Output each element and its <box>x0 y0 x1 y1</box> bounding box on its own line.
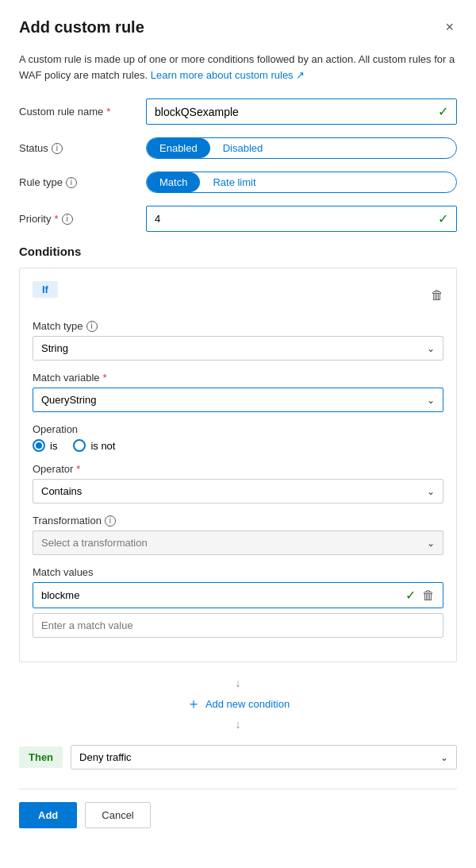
custom-rule-name-input[interactable]: blockQSexample ✓ <box>146 98 457 125</box>
match-type-dropdown[interactable]: String ⌄ <box>33 336 443 361</box>
delete-condition-icon[interactable]: 🗑 <box>431 288 443 303</box>
dialog-title: Add custom rule <box>19 18 144 37</box>
rule-type-toggle-group: Match Rate limit <box>146 172 457 193</box>
required-star: * <box>106 106 110 118</box>
learn-more-link[interactable]: Learn more about custom rules ↗ <box>151 69 305 81</box>
operation-is-radio[interactable] <box>33 439 45 452</box>
rule-type-label: Rule type i <box>19 176 146 188</box>
add-condition-section: ↓ ＋ Add new condition ↓ <box>19 675 457 732</box>
match-type-chevron-icon: ⌄ <box>427 343 435 354</box>
operator-chevron-icon: ⌄ <box>427 486 435 497</box>
conditions-section-title: Conditions <box>19 245 457 258</box>
status-row: Status i Enabled Disabled <box>19 137 457 159</box>
operation-radio-group: is is not <box>33 439 443 452</box>
add-button[interactable]: Add <box>19 802 77 828</box>
if-badge: If <box>33 281 58 298</box>
dialog-header: Add custom rule × <box>19 16 457 39</box>
match-type-label: Match type i <box>33 320 443 332</box>
match-type-group: Match type i String ⌄ <box>33 320 443 361</box>
match-value-check-icon: ✓ <box>405 588 416 603</box>
operation-is-not-option[interactable]: is not <box>73 439 115 452</box>
operator-dropdown[interactable]: Contains ⌄ <box>33 479 443 503</box>
priority-wrapper: 4 ✓ <box>146 206 457 232</box>
priority-input[interactable]: 4 ✓ <box>146 206 457 232</box>
priority-required-star: * <box>54 213 58 225</box>
match-variable-required-star: * <box>103 372 107 384</box>
match-value-actions: ✓ 🗑 <box>405 588 435 603</box>
operation-is-option[interactable]: is <box>33 439 57 452</box>
custom-rule-name-wrapper: blockQSexample ✓ <box>146 98 457 125</box>
add-condition-plus-icon: ＋ <box>186 694 201 713</box>
status-label: Status i <box>19 142 146 154</box>
description-text: A custom rule is made up of one or more … <box>19 52 457 83</box>
match-values-label: Match values <box>33 566 443 578</box>
status-toggle-group: Enabled Disabled <box>146 137 457 159</box>
then-badge: Then <box>19 746 63 768</box>
match-variable-chevron-icon: ⌄ <box>427 395 435 406</box>
add-condition-arrow: ↓ <box>236 677 241 689</box>
check-icon: ✓ <box>438 104 448 119</box>
status-info-icon[interactable]: i <box>52 143 63 154</box>
then-chevron-icon: ⌄ <box>440 752 448 763</box>
rule-type-rate-limit-button[interactable]: Rate limit <box>200 172 268 192</box>
add-custom-rule-dialog: Add custom rule × A custom rule is made … <box>0 0 476 868</box>
priority-info-icon[interactable]: i <box>62 214 73 225</box>
match-value-1-input[interactable]: blockme ✓ 🗑 <box>33 582 443 608</box>
rule-type-row: Rule type i Match Rate limit <box>19 172 457 193</box>
operation-label: Operation <box>33 423 443 435</box>
add-condition-arrow-2: ↓ <box>236 718 241 731</box>
priority-row: Priority * i 4 ✓ <box>19 206 457 232</box>
custom-rule-name-row: Custom rule name * blockQSexample ✓ <box>19 98 457 125</box>
status-toggle-wrapper: Enabled Disabled <box>146 137 457 159</box>
custom-rule-name-label: Custom rule name * <box>19 106 146 118</box>
arrow-down-2-icon: ↓ <box>236 718 241 731</box>
match-variable-dropdown[interactable]: QueryString ⌄ <box>33 388 443 412</box>
match-value-delete-icon[interactable]: 🗑 <box>422 588 435 603</box>
cancel-button[interactable]: Cancel <box>85 802 150 828</box>
priority-label: Priority * i <box>19 213 146 225</box>
rule-type-info-icon[interactable]: i <box>66 177 77 188</box>
arrow-down-icon: ↓ <box>236 677 241 689</box>
condition-header: If 🗑 <box>33 281 443 309</box>
condition-box: If 🗑 Match type i String ⌄ Match variabl… <box>19 268 457 662</box>
transformation-chevron-icon: ⌄ <box>427 538 435 549</box>
add-new-condition-button[interactable]: ＋ Add new condition <box>180 691 296 716</box>
dialog-footer: Add Cancel <box>19 789 457 828</box>
operation-is-not-radio[interactable] <box>73 439 86 452</box>
then-action-dropdown[interactable]: Deny traffic ⌄ <box>71 745 457 770</box>
transformation-group: Transformation i Select a transformation… <box>33 515 443 555</box>
then-row: Then Deny traffic ⌄ <box>19 745 457 770</box>
operator-required-star: * <box>76 463 80 475</box>
operator-group: Operator * Contains ⌄ <box>33 463 443 503</box>
match-type-info-icon[interactable]: i <box>86 321 98 332</box>
match-variable-label: Match variable * <box>33 372 443 384</box>
close-button[interactable]: × <box>442 16 457 39</box>
priority-check-icon: ✓ <box>438 211 448 226</box>
status-enabled-button[interactable]: Enabled <box>147 138 210 158</box>
rule-type-match-button[interactable]: Match <box>147 172 200 192</box>
match-value-empty-input[interactable] <box>33 613 443 638</box>
rule-type-wrapper: Match Rate limit <box>146 172 457 193</box>
transformation-dropdown[interactable]: Select a transformation ⌄ <box>33 530 443 555</box>
match-values-section: Match values blockme ✓ 🗑 <box>33 566 443 638</box>
operator-label: Operator * <box>33 463 443 475</box>
match-variable-group: Match variable * QueryString ⌄ <box>33 372 443 412</box>
status-disabled-button[interactable]: Disabled <box>210 138 276 158</box>
operation-group: Operation is is not <box>33 423 443 452</box>
transformation-info-icon[interactable]: i <box>105 515 116 527</box>
transformation-label: Transformation i <box>33 515 443 527</box>
